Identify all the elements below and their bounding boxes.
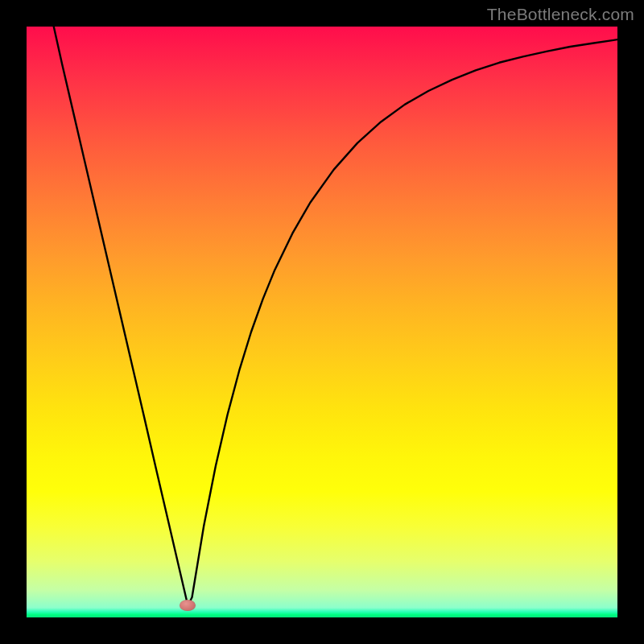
minimum-marker xyxy=(180,600,196,611)
bottleneck-curve xyxy=(27,27,617,617)
chart-frame: TheBottleneck.com xyxy=(0,0,644,644)
plot-area xyxy=(27,27,617,617)
watermark-text: TheBottleneck.com xyxy=(487,5,634,24)
